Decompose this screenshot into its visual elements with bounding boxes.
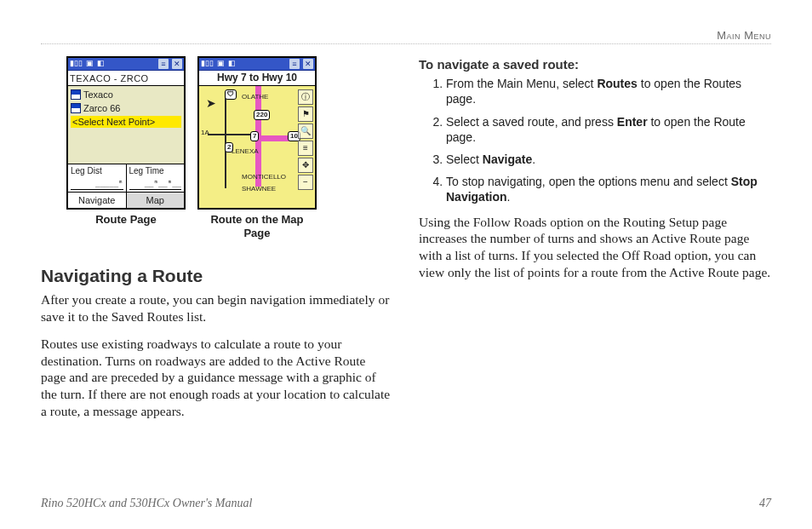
step-text: . <box>532 152 535 166</box>
close-icon: ✕ <box>303 59 313 69</box>
select-next-point: <Select Next Point> <box>71 116 181 128</box>
leg-time-cell: Leg Time __ᵐ__ᵐ__ <box>127 164 185 192</box>
hwy-shield: 220 <box>254 110 270 120</box>
map-pan-icon: ✥ <box>298 158 313 173</box>
figure-caption: Route on the Map Page <box>197 213 317 239</box>
route-points-list: Texaco Zarco 66 <Select Next Point> <box>68 86 184 164</box>
step-text: Select a saved route, and press <box>446 115 617 129</box>
list-item-select-next: <Select Next Point> <box>70 115 182 129</box>
step-bold: Enter <box>617 115 648 129</box>
right-column: To navigate a saved route: From the Main… <box>419 56 771 430</box>
leg-dist-cell: Leg Dist _____ᵐ <box>68 164 127 192</box>
menu-icon: ≡ <box>289 59 300 69</box>
figure-route-page: ▮▯▯ ▣ ◧ ≡ ✕ TEXACO - ZRCO Texaco <box>66 56 186 239</box>
map-zoom-in-icon: 🔍 <box>298 124 313 139</box>
figure-caption: Route Page <box>95 213 157 227</box>
status-bar: ▮▯▯ ▣ ◧ ≡ ✕ <box>199 58 315 71</box>
map-canvas: 🛡 OLATHE 220 1A 7 10 2 LENEXA MONTICELLO… <box>199 86 315 208</box>
procedure-heading: To navigate a saved route: <box>419 56 771 72</box>
flag-icon <box>71 103 81 113</box>
step-bold: Routes <box>597 77 637 90</box>
map-title: Hwy 7 to Hwy 10 <box>199 71 315 86</box>
battery-icon: ▮▯▯ <box>70 59 83 69</box>
step-text: From the Main Menu, select <box>446 77 597 90</box>
leg-time-label: Leg Time <box>129 166 182 177</box>
gps-icon: ◧ <box>97 59 105 69</box>
signal-icon: ▣ <box>86 59 94 69</box>
tab-navigate: Navigate <box>68 193 127 208</box>
leg-dist-value: _____ᵐ <box>71 177 123 190</box>
leg-time-value: __ᵐ__ᵐ__ <box>129 177 182 190</box>
hwy-label: 1A <box>201 129 209 137</box>
signal-icon: ▣ <box>217 59 225 69</box>
step-text: . <box>507 190 511 204</box>
step-text: To stop navigating, open the options men… <box>446 175 731 188</box>
step: From the Main Menu, select Routes to ope… <box>446 76 771 106</box>
list-item: Zarco 66 <box>70 101 182 115</box>
page-number: 47 <box>759 497 771 510</box>
route-title: TEXACO - ZRCO <box>68 71 184 86</box>
two-column-layout: ▮▯▯ ▣ ◧ ≡ ✕ TEXACO - ZRCO Texaco <box>41 56 771 430</box>
body-paragraph: Routes use existing roadways to calculat… <box>41 336 393 420</box>
route-page-screen: ▮▯▯ ▣ ◧ ≡ ✕ TEXACO - ZRCO Texaco <box>66 56 186 210</box>
leg-dist-label: Leg Dist <box>71 166 123 177</box>
route-stats: Leg Dist _____ᵐ Leg Time __ᵐ__ᵐ__ <box>68 164 184 192</box>
hwy-shield: 🛡 <box>225 89 237 100</box>
cursor-icon: ➤ <box>206 96 216 112</box>
manual-page: Main Menu ▮▯▯ ▣ ◧ ≡ ✕ T <box>0 0 812 529</box>
body-paragraph: After you create a route, you can begin … <box>41 291 393 325</box>
city-label: OLATHE <box>242 93 268 101</box>
hwy-shield: 7 <box>250 131 259 141</box>
footer-title: Rino 520HCx and 530HCx Owner's Manual <box>41 497 252 510</box>
running-head: Main Menu <box>41 29 771 42</box>
map-flag-icon: ⚑ <box>298 106 313 122</box>
map-info-icon: ⓘ <box>298 89 313 105</box>
status-bar: ▮▯▯ ▣ ◧ ≡ ✕ <box>68 58 184 71</box>
gps-icon: ◧ <box>228 59 236 69</box>
bottom-tabs: Navigate Map <box>68 192 184 208</box>
battery-icon: ▮▯▯ <box>201 59 214 69</box>
city-label: MONTICELLO <box>242 173 286 181</box>
step: To stop navigating, open the options men… <box>446 174 771 204</box>
point-label: Zarco 66 <box>83 102 120 114</box>
step: Select Navigate. <box>446 152 771 167</box>
road-line <box>225 95 226 188</box>
figure-map-page: ▮▯▯ ▣ ◧ ≡ ✕ Hwy 7 to Hwy 10 <box>197 56 317 239</box>
procedure-steps: From the Main Menu, select Routes to ope… <box>419 76 771 204</box>
road-line <box>208 134 255 135</box>
tab-map: Map <box>127 193 185 208</box>
page-footer: Rino 520HCx and 530HCx Owner's Manual 47 <box>41 497 771 510</box>
left-column: ▮▯▯ ▣ ◧ ≡ ✕ TEXACO - ZRCO Texaco <box>41 56 393 430</box>
step-text: Select <box>446 152 483 166</box>
body-paragraph: Using the Follow Roads option on the Rou… <box>419 214 771 281</box>
section-heading: Navigating a Route <box>41 265 393 288</box>
menu-icon: ≡ <box>158 59 169 69</box>
header-rule <box>41 43 771 44</box>
point-label: Texaco <box>83 89 113 101</box>
map-zoom-out-icon: − <box>298 175 313 190</box>
map-menu-icon: ≡ <box>298 141 313 156</box>
flag-icon <box>71 89 81 100</box>
figure-row: ▮▯▯ ▣ ◧ ≡ ✕ TEXACO - ZRCO Texaco <box>66 56 393 239</box>
close-icon: ✕ <box>172 59 182 69</box>
city-label: SHAWNEE <box>242 185 276 193</box>
list-item: Texaco <box>70 88 182 101</box>
city-label: LENEXA <box>232 147 259 156</box>
step-bold: Navigate <box>483 152 532 166</box>
step: Select a saved route, and press Enter to… <box>446 114 771 145</box>
map-page-screen: ▮▯▯ ▣ ◧ ≡ ✕ Hwy 7 to Hwy 10 <box>197 56 317 210</box>
